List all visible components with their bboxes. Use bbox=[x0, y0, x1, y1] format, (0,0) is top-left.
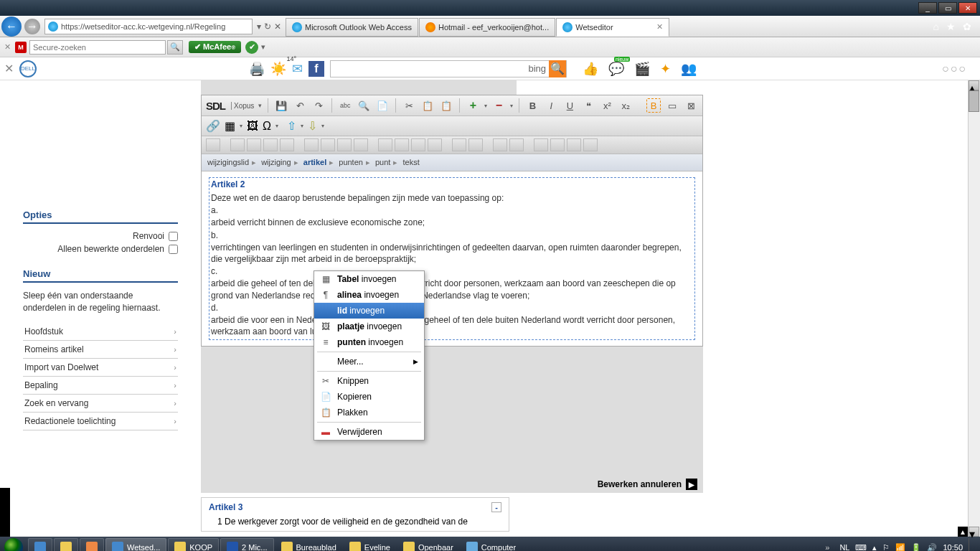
copy-icon[interactable]: 📋 bbox=[420, 98, 435, 113]
sidebar-item-bepaling[interactable]: Bepaling› bbox=[23, 377, 178, 395]
remove-icon[interactable]: − bbox=[491, 98, 506, 113]
bc-punt[interactable]: punt bbox=[375, 158, 390, 166]
ctx-alinea-invoegen[interactable]: ¶alinea invoegen bbox=[314, 287, 424, 303]
back-button[interactable]: ← bbox=[1, 17, 22, 37]
paste-icon[interactable]: 📋 bbox=[439, 98, 453, 113]
omega-icon[interactable]: Ω bbox=[263, 120, 271, 133]
sidebar-item-redactionele[interactable]: Redactionele toelichting› bbox=[23, 413, 178, 430]
ctx-plaatje-invoegen[interactable]: 🖼plaatje invoegen bbox=[314, 319, 424, 334]
scroll-down-button[interactable]: ▾ bbox=[969, 527, 979, 537]
ctx-punten-invoegen[interactable]: ≡punten invoegen bbox=[314, 334, 424, 350]
table-btn[interactable] bbox=[354, 138, 368, 151]
tray-overflow-icon[interactable]: » bbox=[825, 543, 829, 551]
superscript-icon[interactable]: x² bbox=[600, 98, 614, 113]
table-btn[interactable] bbox=[206, 138, 220, 151]
people-icon[interactable]: 👥 bbox=[681, 61, 697, 77]
table-btn[interactable] bbox=[534, 138, 548, 151]
table-btn[interactable] bbox=[395, 138, 409, 151]
bc-wijziging[interactable]: wijziging bbox=[261, 158, 291, 166]
table-btn[interactable] bbox=[280, 138, 294, 151]
ctx-plakken[interactable]: 📋Plakken bbox=[314, 405, 424, 420]
weather-icon[interactable]: ☀️14° bbox=[270, 61, 286, 77]
sidebar-item-hoofdstuk[interactable]: Hoofdstuk› bbox=[23, 323, 178, 341]
chat-icon[interactable]: 💬nieuw bbox=[608, 61, 624, 77]
window-minimize-button[interactable]: _ bbox=[918, 2, 937, 14]
window-close-button[interactable]: ✕ bbox=[958, 2, 977, 14]
bewerkte-checkbox[interactable] bbox=[169, 245, 178, 254]
ctx-tabel-invoegen[interactable]: ▦Tabel invoegen bbox=[314, 271, 424, 287]
table-btn[interactable] bbox=[493, 138, 507, 151]
search-button[interactable]: 🔍 bbox=[167, 40, 183, 55]
up-icon[interactable]: ⇧ bbox=[287, 119, 296, 133]
collapse-left-icon[interactable] bbox=[0, 488, 10, 537]
tab-hotmail[interactable]: Hotmail - eef_verkooijen@hot... bbox=[419, 18, 555, 37]
table-btn[interactable] bbox=[263, 138, 278, 151]
ctx-kopieren[interactable]: 📄Kopieren bbox=[314, 389, 424, 405]
cancel-edit-button[interactable]: Bewerken annuleren bbox=[598, 479, 682, 489]
mail-icon[interactable]: ✉ bbox=[292, 61, 303, 77]
table-btn[interactable] bbox=[304, 138, 319, 151]
flag-icon[interactable]: ⚐ bbox=[882, 543, 890, 552]
keyboard-icon[interactable]: ⌨ bbox=[855, 543, 867, 552]
taskbar-pin[interactable] bbox=[54, 538, 78, 551]
taskbar-pin[interactable] bbox=[80, 538, 104, 551]
bing-input[interactable] bbox=[331, 64, 525, 74]
media-icon[interactable]: 🎬 bbox=[634, 61, 650, 77]
window-icon[interactable]: ▭ bbox=[665, 98, 679, 113]
doc-icon[interactable]: 📄 bbox=[375, 98, 390, 113]
italic-icon[interactable]: I bbox=[544, 98, 558, 113]
undo-icon[interactable]: ↶ bbox=[293, 98, 307, 113]
ctx-meer[interactable]: Meer...▶ bbox=[314, 354, 424, 369]
dropdown-icon[interactable]: ▾ bbox=[257, 22, 261, 32]
table-btn[interactable] bbox=[583, 138, 598, 151]
down-icon[interactable]: ⇩ bbox=[308, 119, 317, 133]
table-btn[interactable] bbox=[247, 138, 261, 151]
table-btn[interactable] bbox=[337, 138, 352, 151]
table-btn[interactable] bbox=[509, 138, 524, 151]
bold-icon[interactable]: B bbox=[525, 98, 540, 113]
sidebar-item-import[interactable]: Import van Doelwet› bbox=[23, 359, 178, 377]
save-icon[interactable]: 💾 bbox=[274, 98, 288, 113]
taskbar-item-computer[interactable]: Computer bbox=[461, 538, 522, 551]
tab-close-icon[interactable]: ✕ bbox=[656, 22, 663, 32]
printer-icon[interactable]: 🖨️ bbox=[249, 61, 265, 77]
table-btn[interactable] bbox=[230, 138, 245, 151]
subscript-icon[interactable]: x₂ bbox=[618, 98, 633, 113]
scroll-up-icon[interactable]: ▲ bbox=[958, 527, 968, 537]
redo-icon[interactable]: ↷ bbox=[311, 98, 326, 113]
volume-icon[interactable]: 🔊 bbox=[927, 543, 937, 552]
close-toolbar-icon[interactable]: ✕ bbox=[4, 62, 14, 75]
more-icon[interactable]: ○○○ bbox=[942, 62, 976, 75]
taskbar-item-koop[interactable]: KOOP bbox=[168, 538, 219, 551]
close-editor-icon[interactable]: ⊠ bbox=[684, 98, 698, 113]
table-btn[interactable] bbox=[452, 138, 466, 151]
taskbar-item-wetseditor[interactable]: Wetsed... bbox=[105, 538, 166, 551]
editor-body[interactable]: Artikel 2 Deze wet en de daarop berusten… bbox=[202, 171, 702, 346]
taskbar-item-eveline[interactable]: Eveline bbox=[344, 538, 396, 551]
bc-artikel[interactable]: artikel bbox=[303, 158, 326, 166]
taskbar-item-openbaar[interactable]: Openbaar bbox=[397, 538, 459, 551]
tools-icon[interactable]: ✿ bbox=[963, 21, 971, 32]
favorites-icon[interactable]: ★ bbox=[946, 21, 956, 32]
scroll-thumb[interactable] bbox=[969, 90, 979, 112]
collapse-button[interactable]: - bbox=[491, 502, 501, 512]
address-bar[interactable]: https://wetseditor-acc.kc-wetgeving.nl/R… bbox=[44, 19, 253, 34]
link-icon[interactable]: 🔗 bbox=[206, 119, 220, 133]
taskbar-item-word[interactable]: 2 Mic... bbox=[220, 538, 273, 551]
close-toolbar-icon[interactable]: ✕ bbox=[4, 42, 11, 52]
cancel-arrow-icon[interactable]: ▶ bbox=[686, 479, 697, 490]
wand-icon[interactable]: B bbox=[646, 98, 661, 113]
window-maximize-button[interactable]: ▭ bbox=[938, 2, 957, 14]
battery-icon[interactable]: 🔋 bbox=[911, 543, 921, 552]
stop-icon[interactable]: ✕ bbox=[274, 22, 281, 32]
ctx-verwijderen[interactable]: ▬Verwijderen bbox=[314, 424, 424, 440]
table-btn[interactable] bbox=[468, 138, 483, 151]
dropdown-icon[interactable]: ▾ bbox=[261, 42, 265, 52]
ctx-lid-invoegen[interactable]: lid invoegen bbox=[314, 303, 424, 319]
start-button[interactable] bbox=[0, 537, 27, 551]
bc-wijzigingslid[interactable]: wijzigingslid bbox=[207, 158, 249, 166]
table-btn[interactable] bbox=[411, 138, 425, 151]
table-btn[interactable] bbox=[567, 138, 581, 151]
table-icon[interactable]: ▦ bbox=[225, 119, 235, 133]
table-btn[interactable] bbox=[378, 138, 392, 151]
